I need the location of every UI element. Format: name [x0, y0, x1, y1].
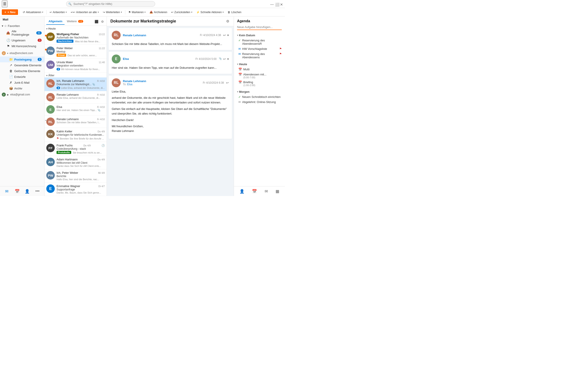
mark-button[interactable]: ⚑ Markieren ▾: [127, 10, 147, 15]
agenda-item-text-res2: Reservierung des Abendessens: [242, 52, 278, 59]
maximize-button[interactable]: ⬜: [275, 2, 278, 6]
thread-expand-btn-1[interactable]: ▾: [227, 33, 229, 37]
email-top-rl1: Ich, Renate Lehmann Fr 4/10: [57, 79, 105, 83]
email-item-pw[interactable]: PW Peter Weber 11:22 Meetup Privat Das i…: [44, 45, 107, 59]
cal-abendessen-icon: 📅: [238, 73, 242, 76]
all-inboxes-badge: 45: [36, 31, 42, 34]
sidebar-item-inbox[interactable]: 📁 Posteingang 3: [0, 56, 44, 62]
sidebar-item-drafts[interactable]: 📄 Entwürfe: [0, 74, 44, 80]
email-content-ipw: Ich, Peter Weber Mi 4/8 Berichte Hallo E…: [57, 171, 105, 181]
agenda-section-header-morgen[interactable]: ▾ Morgen: [234, 89, 285, 94]
email-item-ah[interactable]: AH Adam Hartmann Do 4/9 Willkommen bei e…: [44, 156, 107, 169]
email-list-scroll[interactable]: ▾ Heute WF Wolfgang Fisher 13:22 Außerha…: [44, 26, 107, 196]
email-item-kk[interactable]: KK Katrin Keller Do 4/9 Unterlagen für t…: [44, 128, 107, 142]
reply-button[interactable]: ↩ Antworten ▾: [48, 10, 69, 15]
minimize-button[interactable]: —: [270, 2, 273, 6]
reply-all-button[interactable]: ↩↩ Antworten an alle ▾: [69, 10, 100, 15]
email-content-rl3: Renate Lehmann Fr 4/10 Schicken Sie mir …: [57, 117, 105, 124]
nav-calendar-button[interactable]: 📅: [12, 188, 22, 195]
email-content-rl1: Ich, Renate Lehmann Fr 4/10 Dokumente zu…: [57, 79, 105, 89]
avatar-rl3: RL: [46, 117, 55, 126]
thread-area[interactable]: RL Renate Lehmann Fr 4/10/2024 4:38 ↩ ▾ …: [107, 26, 234, 196]
agenda-item-reservierung2: ✉ Reservierung des Abendessens ⚑: [234, 51, 285, 60]
nav-mail-button[interactable]: ✉: [2, 188, 12, 195]
thread-avatar-3: RL: [112, 78, 121, 87]
sidebar-item-deleted[interactable]: 🗑 Gelöschte Elemente: [0, 68, 44, 74]
restore-button[interactable]: ↩ Zurückstellen ▾: [169, 10, 194, 15]
thread-reply-btn-2[interactable]: ↩: [223, 57, 226, 61]
tab-other[interactable]: Weitere +1: [65, 18, 86, 25]
agenda-item-text-hw: HW Vorschlagsliste: [242, 47, 278, 51]
agenda-nav-person-button[interactable]: 👤: [238, 188, 246, 195]
window-controls: — ⬜ ✕: [270, 2, 283, 6]
archive-button[interactable]: 📥 Archivieren: [148, 10, 169, 15]
preview-rl1: Liebe Elsa, anhand der Dokumente, di...: [61, 86, 105, 89]
quick-actions-button[interactable]: ⚡ Schnelle Aktionen ▾: [195, 10, 226, 15]
email-item-rl3[interactable]: ↩ RL Renate Lehmann Fr 4/10 Schicken Sie…: [44, 116, 107, 128]
sidebar-account1[interactable]: e ▾ elsa@emclient.com: [0, 50, 44, 56]
agenda-item-text-schreibtisch: Neuen Schreibtisch einrichten: [242, 95, 282, 98]
thread-expand-btn-2[interactable]: ▾: [227, 57, 229, 61]
menu-button[interactable]: ☰: [2, 0, 8, 7]
nav-more-button[interactable]: •••: [32, 188, 43, 195]
email-item-rl1[interactable]: RL Ich, Renate Lehmann Fr 4/10 Dokumente…: [44, 77, 107, 91]
cal-briefing-icon: 📅: [238, 81, 242, 84]
tab-all[interactable]: Allgemein: [46, 18, 65, 25]
toolbar: + + Neu ↺ Aktualisieren ▾ ↩ Antworten ▾ …: [0, 8, 285, 16]
view-settings-button[interactable]: ⚙: [225, 19, 230, 24]
nav-people-button[interactable]: 👤: [22, 188, 32, 195]
sidebar-account2[interactable]: e ▶ elsa@gmail.com: [0, 91, 44, 98]
cal-mutti-icon: 📅: [238, 68, 242, 71]
delete-button[interactable]: 🗑 Löschen: [226, 10, 243, 15]
agenda-item-text-abendessen: Abendessen mit... (5:00-7:00): [243, 73, 282, 79]
sidebar-item-unread[interactable]: 🕐 Ungelesen 3: [0, 37, 44, 43]
agenda-section-header-heute[interactable]: ▾ Heute: [234, 62, 285, 67]
thread-msg-2-meta: Elsa: [123, 57, 193, 60]
sort-icon-button[interactable]: ⚙: [100, 19, 105, 24]
agenda-nav-mail-button[interactable]: ✉: [263, 188, 270, 195]
sidebar-item-junk[interactable]: ✗ Junk-E-Mail: [0, 80, 44, 85]
time-ipw: Mi 4/8: [98, 171, 105, 174]
close-button[interactable]: ✕: [280, 2, 283, 6]
sidebar-item-all-inboxes[interactable]: 📥 Alle Posteingänge 45: [0, 28, 44, 37]
update-button[interactable]: ↺ Aktualisieren ▾: [21, 10, 45, 15]
restore-icon: ↩: [171, 11, 173, 14]
new-button[interactable]: + + Neu: [2, 9, 18, 15]
email-item-rl2[interactable]: RL Renate Lehmann Fr 4/10 Liebe Elsa, an…: [44, 91, 107, 103]
agenda-nav-grid-button[interactable]: ▦: [274, 188, 281, 195]
sidebar-favorites-group[interactable]: ▾ ☆ Favoriten: [0, 23, 44, 28]
time-rl2: Fr 4/10: [97, 93, 105, 96]
email-content-um: Ursula Maier 11:40 Integration vorbereit…: [57, 60, 105, 70]
email-item-um[interactable]: UM Ursula Maier 11:40 Integration vorber…: [44, 59, 107, 72]
agenda-section-header-kein-datum[interactable]: ▾ Kein Datum: [234, 33, 285, 38]
thread-reply-btn-1[interactable]: ↩: [223, 33, 226, 37]
email-item-ew[interactable]: E Emmaline Wagner Di 4/7 Supportanfrage …: [44, 183, 107, 196]
avatar-pw: PW: [46, 46, 55, 55]
search-input[interactable]: [66, 1, 155, 7]
email-item-wf[interactable]: WF Wolfgang Fisher 13:22 Außerhalb der N…: [44, 31, 107, 45]
filter-icon-button[interactable]: ⬛: [94, 19, 99, 24]
thread-msg-1-header: RL Renate Lehmann Fr 4/10/2024 4:38 ↩ ▾: [112, 31, 229, 40]
archive2-icon: 📦: [9, 86, 13, 90]
sidebar-item-sent[interactable]: ↗ Gesendete Elemente: [0, 62, 44, 68]
agenda-add-input[interactable]: [237, 25, 282, 30]
agenda-title: Agenda: [234, 16, 285, 25]
preview-ah: Danke dass Sie Sich für eM Client ents..…: [57, 165, 105, 167]
sidebar-item-flagged[interactable]: ⚑ Mit Kennzeichnung: [0, 43, 44, 49]
subject-rl1: Dokumente zur Marketingst... 📎: [57, 83, 105, 86]
email-content-rl2: Renate Lehmann Fr 4/10 Liebe Elsa, anhan…: [57, 93, 105, 99]
thread-reply-btn-3[interactable]: ↩: [226, 81, 229, 84]
thread-body-3: Liebe Elsa, anhand der Dokumente, die du…: [112, 89, 229, 136]
unread-badge: 3: [38, 39, 42, 42]
sidebar-item-archive[interactable]: 📦 Archiv: [0, 85, 44, 91]
agenda-nav-calendar-button[interactable]: 📅: [250, 188, 259, 195]
email-item-ff[interactable]: FF Frank Fuchs Do 4/9 🕐 Codeüberprüfung …: [44, 142, 107, 156]
email-item-el[interactable]: E Elsa Fr 4/10 Hier sind sie. Haben Sie …: [44, 103, 107, 116]
forward-button[interactable]: ↪ Weiterleiten ▾: [101, 10, 124, 15]
preview-kk: Bereiten Sie Ihre Briefe für den Anrufe …: [60, 137, 104, 140]
agenda-grid-icon: ▦: [275, 189, 279, 194]
thread-time-3: Fr 4/10/2024 6:38: [203, 81, 224, 84]
email-item-ipw[interactable]: PW Ich, Peter Weber Mi 4/8 Berichte Hall…: [44, 169, 107, 183]
mail-icon: ✉: [238, 47, 241, 51]
kein-datum-chevron-icon: ▾: [237, 34, 238, 37]
